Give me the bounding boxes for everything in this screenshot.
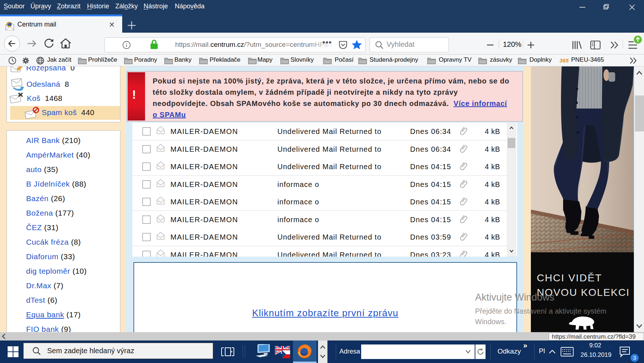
svg-text:CHCI VIDĚT: CHCI VIDĚT: [537, 272, 602, 284]
svg-text:3: 3: [633, 355, 636, 361]
